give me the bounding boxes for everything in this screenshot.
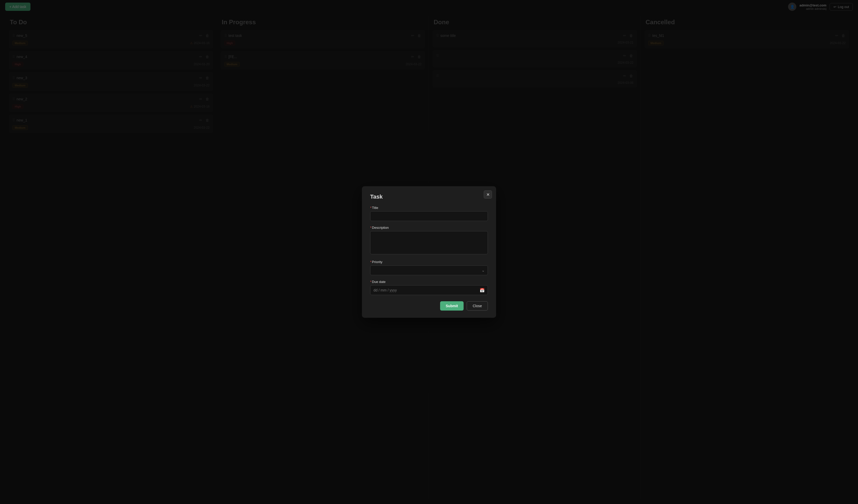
- description-required-star: *: [370, 226, 371, 230]
- due-date-required-star: *: [370, 280, 371, 284]
- submit-button[interactable]: Submit: [440, 301, 464, 311]
- priority-select[interactable]: Low Medium High: [370, 265, 488, 275]
- priority-required-star: *: [370, 260, 371, 264]
- description-form-group: * Description: [370, 226, 488, 255]
- modal-close-button[interactable]: ✕: [484, 190, 492, 199]
- modal-overlay: Task ✕ * Title * Description * Priority: [0, 0, 858, 504]
- title-label: * Title: [370, 206, 488, 210]
- priority-form-group: * Priority Low Medium High ⌄: [370, 260, 488, 275]
- description-input[interactable]: [370, 231, 488, 254]
- priority-label: * Priority: [370, 260, 488, 264]
- priority-select-wrapper: Low Medium High ⌄: [370, 265, 488, 275]
- due-date-label: * Due date: [370, 280, 488, 284]
- due-date-input[interactable]: [370, 285, 488, 295]
- due-date-form-group: * Due date 📅: [370, 280, 488, 295]
- date-input-wrapper: 📅: [370, 285, 488, 295]
- modal-title: Task: [370, 193, 488, 200]
- title-input[interactable]: [370, 211, 488, 221]
- modal-footer: Submit Close: [370, 301, 488, 311]
- title-required-star: *: [370, 206, 371, 210]
- title-form-group: * Title: [370, 206, 488, 221]
- description-label: * Description: [370, 226, 488, 230]
- close-button[interactable]: Close: [467, 301, 488, 311]
- task-modal: Task ✕ * Title * Description * Priority: [362, 186, 496, 318]
